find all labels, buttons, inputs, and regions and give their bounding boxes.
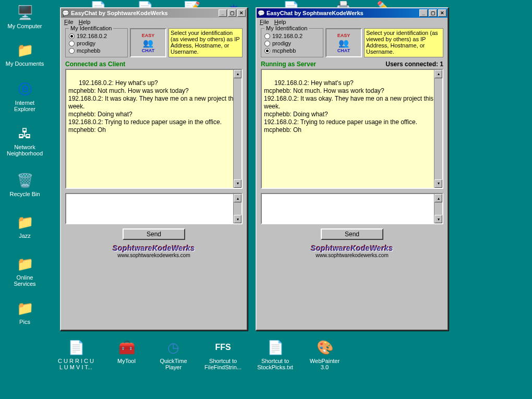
scrollbar[interactable]: ▴ ▾ bbox=[233, 70, 241, 188]
desktop-icon-pics[interactable]: 📁 Pics bbox=[5, 300, 44, 325]
scroll-down-icon[interactable]: ▾ bbox=[234, 215, 241, 223]
paint-icon: 🎨 bbox=[317, 339, 333, 356]
identification-group: My Identification 192.168.0.2 prodigy mc… bbox=[65, 28, 128, 57]
maximize-button[interactable]: ▢ bbox=[228, 9, 236, 17]
computer-icon: 🖥️ bbox=[17, 4, 33, 21]
send-button[interactable]: Send bbox=[123, 228, 185, 240]
message-input[interactable]: ▴ ▾ bbox=[65, 193, 243, 224]
menu-help[interactable]: Help bbox=[274, 19, 286, 25]
scrollbar[interactable]: ▴ ▾ bbox=[434, 194, 442, 223]
desktop-icon-my-computer[interactable]: 🖥️ My Computer bbox=[5, 4, 44, 29]
network-icon: 🖧 bbox=[17, 125, 33, 142]
scroll-down-icon[interactable]: ▾ bbox=[234, 179, 241, 188]
folder-icon: 📁 bbox=[17, 256, 33, 272]
scroll-down-icon[interactable]: ▾ bbox=[434, 179, 442, 188]
icon-label: C U R R I C U L U M V I T... bbox=[56, 358, 95, 370]
desktop-icon-jazz[interactable]: 📁 Jazz bbox=[5, 214, 44, 239]
identification-group: My Identification 192.168.0.2 prodigy mc… bbox=[261, 28, 323, 57]
radio-icon bbox=[264, 41, 270, 46]
scrollbar[interactable]: ▴ ▾ bbox=[434, 70, 442, 188]
chat-log: 192.168.0.2: Hey what's up? mcphebb: Not… bbox=[261, 69, 443, 189]
radio-ip[interactable]: 192.168.0.2 bbox=[264, 33, 320, 39]
desktop-icon-mytool[interactable]: 🧰 MyTool bbox=[107, 339, 146, 364]
desktop-icon-quicktime[interactable]: ◷ QuickTime Player bbox=[154, 339, 193, 370]
menu-help[interactable]: Help bbox=[79, 19, 91, 25]
close-button[interactable]: ✕ bbox=[237, 9, 246, 17]
icon-label: Network Neighborhood bbox=[5, 144, 44, 156]
connection-status: Connected as Client bbox=[65, 61, 125, 68]
titlebar[interactable]: 💬 EasyChat by SophtwareKodeWerks _ ▢ ✕ bbox=[257, 8, 448, 18]
desktop-icon-ie[interactable]: ⓔ Internet Explorer bbox=[5, 81, 44, 112]
users-connected: Users connected: 1 bbox=[385, 61, 443, 68]
radio-hostname[interactable]: prodigy bbox=[69, 40, 124, 46]
desktop-icon-webpainter[interactable]: 🎨 WebPainter 3.0 bbox=[305, 339, 344, 370]
chat-log: 192.168.0.2: Hey what's up? mcphebb: Not… bbox=[65, 69, 243, 189]
brand-logo: SophtwareKodeWerks bbox=[65, 244, 243, 252]
radio-icon bbox=[264, 33, 270, 39]
icon-label: Shortcut to FileFindStrin... bbox=[203, 358, 243, 370]
document-icon: 📄 bbox=[68, 339, 84, 356]
icon-label: MyTool bbox=[107, 358, 146, 364]
app-icon: 💬 bbox=[62, 9, 69, 17]
icon-label: Recycle Bin bbox=[5, 191, 44, 197]
desktop-icon-filefind[interactable]: FFS Shortcut to FileFindStrin... bbox=[203, 339, 243, 370]
scrollbar[interactable]: ▴ ▾ bbox=[233, 194, 241, 223]
ie-icon: ⓔ bbox=[17, 81, 33, 98]
group-legend: My Identification bbox=[264, 25, 309, 31]
menu-file[interactable]: File bbox=[260, 19, 269, 25]
app-icon: 💬 bbox=[258, 9, 265, 17]
hint-text: Select your identification (as viewed by… bbox=[168, 28, 243, 57]
radio-username[interactable]: mcphebb bbox=[264, 47, 320, 54]
desktop-icon-online-services[interactable]: 📁 Online Services bbox=[5, 256, 44, 287]
icon-label: My Documents bbox=[5, 61, 44, 67]
icon-label: QuickTime Player bbox=[154, 358, 193, 370]
radio-icon bbox=[69, 48, 75, 54]
desktop-icon-curriculum[interactable]: 📄 C U R R I C U L U M V I T... bbox=[56, 339, 95, 370]
radio-icon bbox=[69, 41, 75, 46]
app-logo: EASY 👥 CHAT bbox=[325, 28, 362, 57]
app-logo: EASY 👥 CHAT bbox=[130, 28, 166, 57]
icon-label: Internet Explorer bbox=[5, 100, 44, 112]
window-easychat-client[interactable]: 💬 EasyChat by SophtwareKodeWerks _ ▢ ✕ F… bbox=[60, 7, 248, 331]
scroll-up-icon[interactable]: ▴ bbox=[234, 70, 241, 78]
radio-icon bbox=[69, 33, 75, 39]
icon-label: Shortcut to StockPicks.txt bbox=[256, 358, 295, 370]
brand-url: www.sophtwarekodewerks.com bbox=[261, 252, 443, 258]
connection-status: Running as Server bbox=[261, 61, 316, 68]
send-button[interactable]: Send bbox=[321, 228, 383, 240]
icon-label: WebPainter 3.0 bbox=[305, 358, 344, 370]
titlebar[interactable]: 💬 EasyChat by SophtwareKodeWerks _ ▢ ✕ bbox=[61, 8, 247, 18]
desktop-icon-recycle[interactable]: 🗑️ Recycle Bin bbox=[5, 172, 44, 197]
quicktime-icon: ◷ bbox=[165, 339, 182, 356]
icon-label: My Computer bbox=[5, 23, 44, 29]
folder-icon: 📁 bbox=[17, 300, 33, 317]
radio-hostname[interactable]: prodigy bbox=[264, 40, 320, 46]
radio-username[interactable]: mcphebb bbox=[69, 47, 124, 54]
maximize-button[interactable]: ▢ bbox=[429, 9, 437, 17]
message-input[interactable]: ▴ ▾ bbox=[261, 193, 443, 224]
group-legend: My Identification bbox=[69, 25, 113, 31]
radio-ip[interactable]: 192.168.0.2 bbox=[69, 33, 124, 39]
desktop-icon-network[interactable]: 🖧 Network Neighborhood bbox=[5, 125, 44, 156]
window-title: EasyChat by SophtwareKodeWerks bbox=[267, 10, 418, 16]
shortcut-icon: FFS bbox=[215, 339, 232, 356]
scroll-up-icon[interactable]: ▴ bbox=[234, 194, 241, 202]
recycle-bin-icon: 🗑️ bbox=[17, 172, 33, 189]
desktop-icon-stockpicks[interactable]: 📄 Shortcut to StockPicks.txt bbox=[256, 339, 295, 370]
minimize-button[interactable]: _ bbox=[419, 9, 428, 17]
icon-label: Jazz bbox=[5, 233, 44, 239]
folder-icon: 📁 bbox=[17, 42, 33, 58]
brand-logo: SophtwareKodeWerks bbox=[261, 244, 443, 252]
tool-icon: 🧰 bbox=[118, 339, 135, 356]
minimize-button[interactable]: _ bbox=[219, 9, 227, 17]
scroll-up-icon[interactable]: ▴ bbox=[434, 194, 442, 202]
close-button[interactable]: ✕ bbox=[438, 9, 446, 17]
folder-icon: 📁 bbox=[17, 214, 33, 231]
shortcut-icon: 📄 bbox=[267, 339, 284, 356]
icon-label: Online Services bbox=[5, 274, 44, 287]
window-easychat-server[interactable]: 💬 EasyChat by SophtwareKodeWerks _ ▢ ✕ F… bbox=[256, 7, 449, 331]
scroll-down-icon[interactable]: ▾ bbox=[434, 215, 442, 223]
scroll-up-icon[interactable]: ▴ bbox=[434, 70, 442, 78]
desktop-icon-my-documents[interactable]: 📁 My Documents bbox=[5, 42, 44, 67]
menu-file[interactable]: File bbox=[64, 19, 74, 25]
